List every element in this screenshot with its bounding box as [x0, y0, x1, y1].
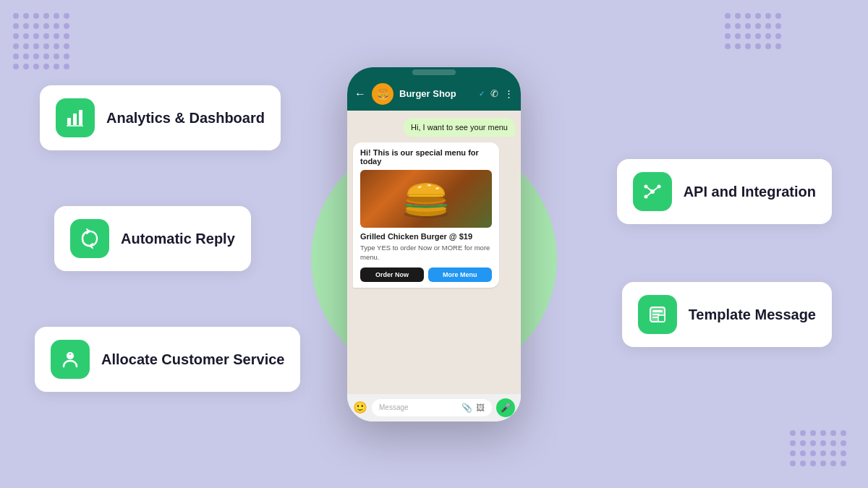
- card-template[interactable]: Template Message: [622, 282, 832, 347]
- api-label: API and Integration: [684, 182, 816, 201]
- more-menu-button[interactable]: More Menu: [428, 267, 492, 282]
- svg-rect-15: [652, 317, 658, 318]
- dots-top-right: [725, 13, 781, 49]
- svg-point-7: [657, 185, 660, 189]
- more-icon[interactable]: ⋮: [504, 88, 514, 99]
- burger-image: [360, 170, 492, 228]
- chat-area: Hi, I want to see your menu Hi! This is …: [347, 111, 521, 394]
- svg-rect-1: [73, 114, 77, 125]
- shop-name: Burger Shop: [399, 88, 477, 99]
- svg-rect-0: [67, 118, 71, 125]
- api-icon: [633, 172, 672, 211]
- svg-point-4: [69, 354, 71, 355]
- svg-line-10: [654, 188, 658, 191]
- input-bar: 🙂 Message 📎 🖼 🎤: [347, 394, 521, 421]
- emoji-icon[interactable]: 🙂: [353, 401, 367, 414]
- card-api[interactable]: API and Integration: [617, 159, 832, 224]
- call-icon[interactable]: ✆: [490, 88, 498, 99]
- svg-point-23: [407, 196, 444, 202]
- mic-button[interactable]: 🎤: [496, 398, 515, 417]
- phone-notch: [412, 69, 456, 75]
- verified-badge: ✓: [479, 90, 485, 98]
- dots-top-left: [13, 13, 69, 69]
- automatic-reply-icon: [70, 219, 109, 258]
- card-analytics[interactable]: Analytics & Dashboard: [40, 85, 281, 150]
- attach-icon[interactable]: 📎: [461, 403, 472, 413]
- outgoing-message: Hi, I want to see your menu: [404, 118, 515, 137]
- product-desc: Type YES to order Now or MORE for more m…: [360, 243, 492, 262]
- whatsapp-header: ← 🍔 Burger Shop ✓ ✆ ⋮: [347, 77, 521, 111]
- card-automatic-reply[interactable]: Automatic Reply: [54, 206, 251, 271]
- outgoing-text: Hi, I want to see your menu: [411, 123, 508, 132]
- back-button[interactable]: ←: [354, 87, 366, 100]
- allocate-icon: [51, 340, 90, 379]
- message-placeholder: Message: [379, 403, 409, 411]
- product-buttons: Order Now More Menu: [360, 267, 492, 282]
- svg-rect-13: [652, 310, 663, 312]
- phone-mockup: ← 🍔 Burger Shop ✓ ✆ ⋮ Hi, I want to see …: [347, 67, 521, 421]
- template-icon: [638, 295, 677, 334]
- svg-line-11: [647, 193, 651, 196]
- automatic-reply-label: Automatic Reply: [121, 229, 235, 248]
- phone-wrapper: ← 🍔 Burger Shop ✓ ✆ ⋮ Hi, I want to see …: [347, 67, 521, 421]
- dots-bottom-right: [790, 430, 846, 466]
- product-name: Grilled Chicken Burger @ $19: [360, 232, 492, 241]
- order-now-button[interactable]: Order Now: [360, 267, 424, 282]
- incoming-title: Hi! This is our special menu for today: [360, 148, 492, 166]
- card-allocate[interactable]: Allocate Customer Service: [35, 327, 300, 392]
- message-input-field[interactable]: Message 📎 🖼: [372, 399, 492, 416]
- analytics-label: Analytics & Dashboard: [106, 108, 265, 127]
- template-label: Template Message: [689, 305, 816, 324]
- svg-point-6: [644, 185, 647, 189]
- svg-rect-2: [79, 110, 82, 125]
- analytics-icon: [56, 98, 95, 137]
- svg-line-9: [647, 188, 651, 191]
- shop-avatar: 🍔: [372, 83, 393, 105]
- allocate-label: Allocate Customer Service: [101, 350, 284, 369]
- svg-rect-16: [658, 315, 665, 322]
- header-icons: ✆ ⋮: [490, 88, 514, 99]
- incoming-message: Hi! This is our special menu for today: [353, 142, 499, 288]
- image-icon[interactable]: 🖼: [476, 403, 485, 413]
- phone-status-bar: [347, 67, 521, 77]
- svg-point-8: [644, 195, 647, 199]
